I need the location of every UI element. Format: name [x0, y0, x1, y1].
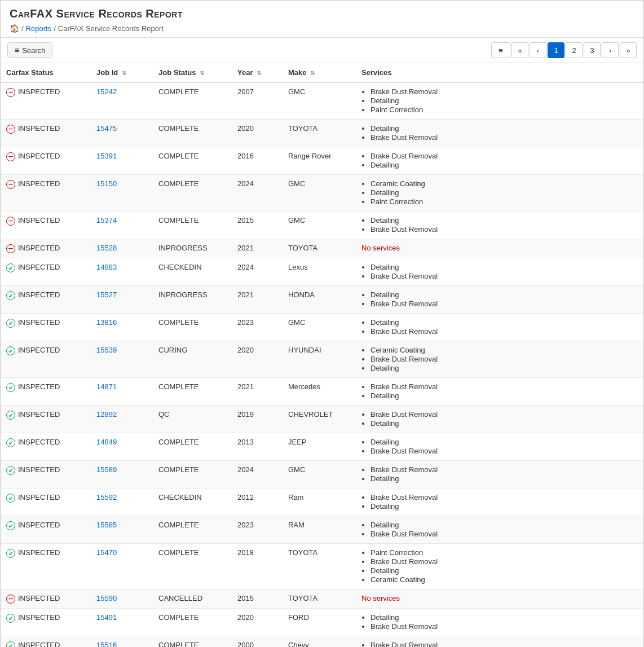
job-status-cell: COMPLETE — [153, 433, 232, 461]
pagination-page-2[interactable]: 2 — [566, 42, 583, 58]
service-item: Ceramic Coating — [370, 179, 638, 188]
services-list: Brake Dust RemovalDetailingPaint Correct… — [361, 87, 638, 114]
make-cell: JEEP — [283, 433, 356, 461]
job-id-cell: 15242 — [91, 82, 153, 120]
year-cell: 2018 — [232, 544, 283, 589]
job-id-link[interactable]: 15527 — [96, 291, 117, 299]
carfax-status-text: INSPECTED — [18, 346, 60, 354]
service-item: Detailing — [370, 613, 638, 622]
breadcrumb-separator2: / — [54, 24, 56, 33]
job-id-cell: 14871 — [91, 378, 153, 406]
services-cell: Ceramic CoatingDetailingPaint Correction — [356, 175, 643, 212]
search-button[interactable]: ≡ Search — [7, 42, 52, 58]
job-id-link[interactable]: 15491 — [96, 613, 117, 622]
pagination-last[interactable]: » — [620, 42, 637, 58]
col-header-job-status: Job Status ⇅ — [153, 63, 232, 82]
pagination-page-1[interactable]: 1 — [548, 42, 564, 58]
carfax-status-text: INSPECTED — [18, 493, 60, 501]
status-minus-icon: − — [6, 180, 15, 189]
table-header-row: Carfax Status Job Id ⇅ Job Status ⇅ Year… — [1, 63, 643, 82]
services-cell: DetailingBrake Dust Removal — [356, 516, 643, 544]
table-row: −INSPECTED15475COMPLETE2020TOYOTADetaili… — [1, 120, 643, 147]
job-id-link[interactable]: 14883 — [96, 263, 117, 271]
job-id-link[interactable]: 15592 — [96, 493, 117, 501]
job-id-link[interactable]: 13816 — [96, 318, 117, 327]
job-id-link[interactable]: 15470 — [96, 548, 117, 557]
job-id-link[interactable]: 15585 — [96, 521, 117, 529]
carfax-status-text: INSPECTED — [18, 263, 60, 271]
year-cell: 2021 — [232, 286, 283, 314]
carfax-status-cell: −INSPECTED — [1, 589, 91, 609]
services-list: DetailingBrake Dust Removal — [361, 438, 638, 455]
services-cell: No services — [356, 589, 643, 609]
make-cell: GMC — [283, 82, 356, 120]
service-item: Brake Dust Removal — [370, 641, 638, 647]
job-id-cell: 15475 — [91, 120, 153, 147]
service-item: Detailing — [370, 521, 638, 529]
services-list: DetailingBrake Dust Removal — [361, 291, 638, 308]
year-cell: 2020 — [232, 120, 283, 147]
carfax-status-text: INSPECTED — [18, 318, 60, 327]
records-table: Carfax Status Job Id ⇅ Job Status ⇅ Year… — [1, 63, 643, 647]
job-id-link[interactable]: 15374 — [96, 216, 117, 225]
layout-button[interactable]: ≡ — [491, 42, 510, 58]
carfax-status-text: INSPECTED — [18, 594, 60, 602]
job-id-link[interactable]: 15391 — [96, 152, 117, 160]
year-cell: 2023 — [232, 516, 283, 544]
status-check-icon: ✔ — [6, 521, 15, 530]
make-cell: HONDA — [283, 286, 356, 314]
breadcrumb-separator: / — [21, 24, 24, 33]
job-status-cell: QC — [153, 406, 232, 433]
service-item: Ceramic Coating — [370, 575, 638, 584]
carfax-status-cell: ✔INSPECTED — [1, 378, 91, 406]
job-id-link[interactable]: 15539 — [96, 346, 117, 354]
list-layout-icon: ≡ — [499, 46, 503, 55]
job-id-link[interactable]: 15516 — [96, 641, 117, 647]
job-id-link[interactable]: 14849 — [96, 438, 117, 446]
carfax-status-text: INSPECTED — [18, 382, 60, 391]
services-list: Brake Dust RemovalDetailing — [361, 382, 638, 400]
service-item: Brake Dust Removal — [370, 465, 638, 474]
carfax-status-text: INSPECTED — [18, 465, 60, 474]
service-item: Ceramic Coating — [370, 346, 638, 354]
job-id-link[interactable]: 15242 — [96, 87, 117, 96]
year-cell: 2007 — [232, 82, 283, 120]
service-item: Detailing — [370, 318, 638, 327]
job-id-link[interactable]: 12892 — [96, 410, 117, 419]
make-cell: Mercedes — [283, 378, 356, 406]
pagination-first[interactable]: « — [511, 42, 528, 58]
job-status-cell: COMPLETE — [153, 314, 232, 341]
pagination-page-3[interactable]: 3 — [584, 42, 601, 58]
breadcrumb: 🏠 / Reports / CarFAX Service Records Rep… — [10, 24, 634, 33]
status-check-icon: ✔ — [6, 549, 15, 558]
job-id-link[interactable]: 15528 — [96, 244, 117, 252]
job-id-cell: 15374 — [91, 212, 153, 239]
job-id-link[interactable]: 14871 — [96, 382, 117, 391]
col-header-year: Year ⇅ — [232, 63, 283, 82]
table-row: ✔INSPECTED15491COMPLETE2020FORDDetailing… — [1, 609, 643, 636]
no-services-label: No services — [361, 244, 400, 252]
service-item: Detailing — [370, 188, 638, 197]
status-check-icon: ✔ — [6, 438, 15, 447]
status-check-icon: ✔ — [6, 346, 15, 355]
job-id-link[interactable]: 15589 — [96, 465, 117, 474]
pagination-next[interactable]: › — [602, 42, 619, 58]
job-id-link[interactable]: 15590 — [96, 594, 117, 602]
breadcrumb-reports[interactable]: Reports — [26, 24, 52, 33]
service-item: Brake Dust Removal — [370, 87, 638, 96]
carfax-status-cell: ✔INSPECTED — [1, 341, 91, 378]
status-check-icon: ✔ — [6, 641, 15, 647]
carfax-status-cell: ✔INSPECTED — [1, 488, 91, 516]
services-cell: Brake Dust RemovalCeramic CoatingDetaili… — [356, 636, 643, 648]
job-id-cell: 15539 — [91, 341, 153, 378]
make-cell: GMC — [283, 461, 356, 488]
carfax-status-cell: −INSPECTED — [1, 147, 91, 175]
job-id-link[interactable]: 15150 — [96, 179, 117, 188]
job-status-cell: INPROGRESS — [153, 286, 232, 314]
services-cell: DetailingBrake Dust Removal — [356, 286, 643, 314]
job-id-link[interactable]: 15475 — [96, 124, 117, 133]
service-item: Detailing — [370, 364, 638, 372]
carfax-status-cell: ✔INSPECTED — [1, 314, 91, 341]
pagination-prev[interactable]: ‹ — [530, 42, 546, 58]
year-cell: 2021 — [232, 378, 283, 406]
